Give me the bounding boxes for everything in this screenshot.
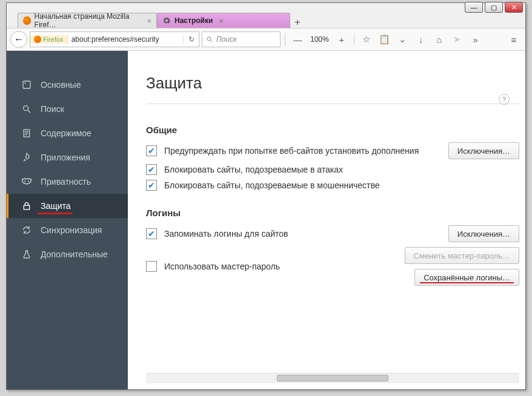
tab-label: Настройки bbox=[175, 16, 213, 25]
preferences-sidebar: Основные Поиск Содержимое Приложения При… bbox=[7, 51, 128, 389]
tab-close-icon[interactable]: × bbox=[216, 16, 224, 25]
document-icon bbox=[21, 128, 32, 139]
horizontal-scrollbar[interactable] bbox=[146, 373, 519, 383]
checkbox-master-password[interactable] bbox=[146, 261, 157, 272]
logins-exceptions-button[interactable]: Исключения… bbox=[448, 225, 519, 242]
checkbox-remember-logins[interactable] bbox=[146, 228, 157, 239]
label-remember-logins: Запоминать логины для сайтов bbox=[164, 229, 288, 239]
sidebar-item-content[interactable]: Содержимое bbox=[7, 121, 128, 145]
svg-point-0 bbox=[207, 37, 211, 41]
bookmark-star-icon[interactable]: ☆ bbox=[359, 31, 374, 47]
search-icon bbox=[206, 36, 213, 43]
sidebar-item-sync[interactable]: Синхронизация bbox=[7, 218, 128, 242]
new-tab-button[interactable]: + bbox=[290, 17, 305, 28]
checkbox-warn-addons[interactable] bbox=[146, 145, 157, 156]
red-underline-marker bbox=[38, 213, 73, 214]
checkbox-block-attacks[interactable] bbox=[146, 164, 157, 175]
send-icon[interactable]: ➤ bbox=[450, 31, 465, 47]
svg-line-1 bbox=[211, 41, 213, 42]
scrollbar-thumb[interactable] bbox=[277, 375, 389, 381]
back-button[interactable]: ← bbox=[10, 31, 27, 48]
sidebar-item-label: Синхронизация bbox=[41, 225, 102, 235]
sidebar-item-label: Основные bbox=[41, 80, 81, 90]
tab-close-icon[interactable]: × bbox=[144, 16, 151, 25]
help-button[interactable]: ? bbox=[499, 94, 510, 105]
row-master-password: Использовать мастер-пароль Сменить масте… bbox=[146, 247, 519, 286]
svg-point-4 bbox=[24, 106, 28, 111]
saved-logins-button[interactable]: Сохранённые логины… bbox=[414, 269, 519, 286]
zoom-out-button[interactable]: — bbox=[290, 31, 305, 47]
svg-rect-2 bbox=[23, 81, 30, 88]
identity-badge[interactable]: Firefox bbox=[30, 35, 68, 44]
back-arrow-icon: ← bbox=[14, 34, 24, 45]
toolbar-divider bbox=[354, 33, 354, 45]
svg-point-3 bbox=[24, 82, 25, 84]
tab-strip: Начальная страница Mozilla Firef… × Наст… bbox=[7, 13, 525, 28]
window-minimize-button[interactable]: — bbox=[465, 2, 483, 13]
exceptions-button[interactable]: Исключения… bbox=[448, 142, 519, 159]
firefox-favicon-icon bbox=[34, 36, 41, 43]
svg-point-11 bbox=[28, 180, 29, 182]
tab-homepage[interactable]: Начальная страница Mozilla Firef… × bbox=[18, 13, 157, 28]
section-logins-title: Логины bbox=[146, 208, 519, 218]
reload-button[interactable]: ↻ bbox=[183, 35, 199, 44]
window-close-button[interactable]: ✕ bbox=[505, 2, 523, 13]
search-box[interactable]: Поиск bbox=[202, 31, 281, 47]
row-warn-addons: Предупреждать при попытке веб-сайтов уст… bbox=[146, 142, 519, 159]
tab-label: Начальная страница Mozilla Firef… bbox=[35, 12, 141, 29]
label-block-fraud: Блокировать сайты, подозреваемые в мошен… bbox=[164, 180, 380, 190]
title-divider bbox=[146, 104, 519, 104]
sidebar-item-privacy[interactable]: Приватность bbox=[7, 170, 128, 194]
window-maximize-button[interactable]: ▢ bbox=[485, 2, 503, 13]
window-controls: — ▢ ✕ bbox=[465, 2, 523, 13]
row-block-attacks: Блокировать сайты, подозреваемые в атака… bbox=[146, 164, 519, 175]
sidebar-item-security[interactable]: Защита bbox=[7, 194, 128, 218]
change-master-password-button: Сменить мастер-пароль… bbox=[405, 247, 519, 264]
sidebar-item-label: Приложения bbox=[41, 153, 90, 162]
general-icon bbox=[21, 79, 32, 90]
navigation-toolbar: ← Firefox about:preferences#security ↻ П… bbox=[7, 28, 525, 51]
identity-label: Firefox bbox=[43, 36, 64, 43]
sidebar-item-applications[interactable]: Приложения bbox=[7, 145, 128, 170]
label-block-attacks: Блокировать сайты, подозреваемые в атака… bbox=[164, 165, 343, 174]
sidebar-item-label: Дополнительные bbox=[41, 249, 108, 259]
label-warn-addons: Предупреждать при попытке веб-сайтов уст… bbox=[164, 146, 419, 156]
sidebar-item-label: Приватность bbox=[41, 177, 91, 186]
main-panel: Защита ? Общие Предупреждать при попытке… bbox=[128, 51, 525, 389]
flask-icon bbox=[21, 249, 32, 260]
search-placeholder: Поиск bbox=[216, 35, 237, 44]
zoom-in-button[interactable]: + bbox=[334, 31, 350, 47]
downloads-icon[interactable]: ↓ bbox=[413, 31, 429, 47]
content-area: Основные Поиск Содержимое Приложения При… bbox=[7, 51, 525, 389]
row-block-fraud: Блокировать сайты, подозреваемые в мошен… bbox=[146, 180, 519, 191]
url-bar[interactable]: Firefox about:preferences#security ↻ bbox=[30, 31, 199, 47]
pocket-icon[interactable]: ⌄ bbox=[395, 31, 411, 47]
toolbar-divider bbox=[285, 33, 285, 45]
url-text: about:preferences#security bbox=[68, 35, 183, 44]
svg-line-5 bbox=[28, 110, 30, 113]
svg-point-10 bbox=[24, 180, 25, 182]
browser-window: — ▢ ✕ Начальная страница Mozilla Firef… … bbox=[6, 2, 526, 390]
menu-button[interactable]: ≡ bbox=[506, 31, 522, 47]
rocket-icon bbox=[21, 152, 32, 163]
sidebar-item-advanced[interactable]: Дополнительные bbox=[7, 242, 128, 266]
gear-icon bbox=[162, 16, 171, 25]
overflow-icon[interactable]: » bbox=[468, 31, 484, 47]
lock-icon bbox=[21, 200, 32, 211]
mask-icon bbox=[21, 176, 32, 187]
home-icon[interactable]: ⌂ bbox=[431, 31, 447, 47]
page-title: Защита bbox=[146, 74, 519, 93]
tab-settings[interactable]: Настройки × bbox=[157, 13, 290, 28]
sidebar-item-search[interactable]: Поиск bbox=[7, 97, 128, 121]
firefox-favicon-icon bbox=[23, 16, 31, 25]
sidebar-item-general[interactable]: Основные bbox=[7, 73, 128, 97]
checkbox-block-fraud[interactable] bbox=[146, 180, 157, 191]
sidebar-item-label: Содержимое bbox=[41, 128, 91, 138]
label-master-password: Использовать мастер-пароль bbox=[164, 262, 280, 271]
row-remember-logins: Запоминать логины для сайтов Исключения… bbox=[146, 225, 519, 242]
sidebar-item-label: Защита bbox=[41, 201, 71, 211]
sidebar-item-label: Поиск bbox=[41, 104, 64, 114]
sync-icon bbox=[21, 225, 32, 236]
zoom-level[interactable]: 100% bbox=[308, 31, 331, 47]
library-icon[interactable]: 📋 bbox=[377, 31, 393, 47]
